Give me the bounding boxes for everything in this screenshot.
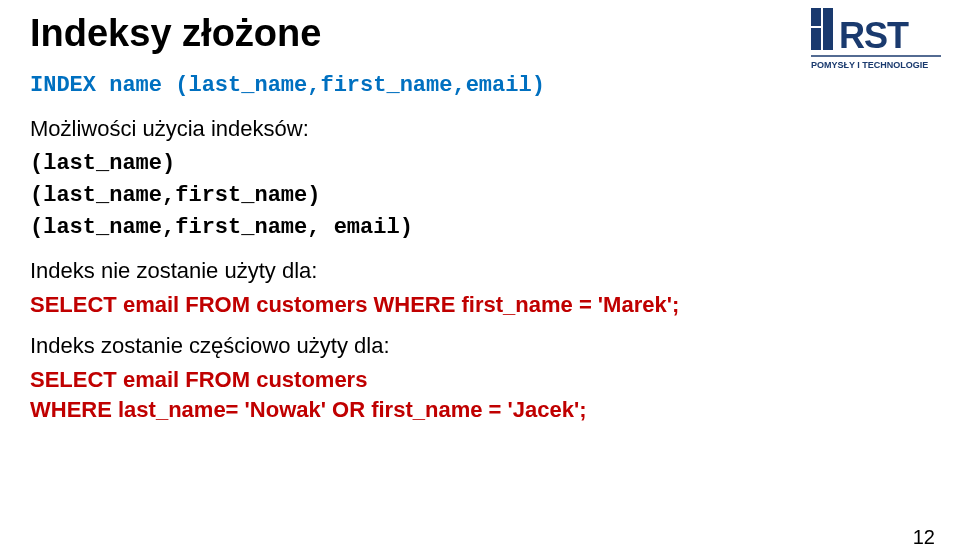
- possibilities-label: Możliwości użycia indeksów:: [30, 116, 929, 142]
- index-definition: INDEX name (last_name,first_name,email): [30, 73, 929, 98]
- index-combinations: (last_name) (last_name,first_name) (last…: [30, 148, 929, 244]
- sql-line-1: SELECT email FROM customers: [30, 365, 929, 395]
- svg-text:POMYSŁY I TECHNOLOGIE: POMYSŁY I TECHNOLOGIE: [811, 60, 928, 70]
- sql-partial-use: SELECT email FROM customers WHERE last_n…: [30, 365, 929, 424]
- not-used-label: Indeks nie zostanie użyty dla:: [30, 258, 929, 284]
- svg-rect-2: [823, 8, 833, 50]
- svg-text:RST: RST: [839, 15, 909, 56]
- svg-rect-0: [811, 28, 821, 50]
- rst-logo: RST POMYSŁY I TECHNOLOGIE: [811, 6, 941, 78]
- svg-rect-1: [811, 8, 821, 26]
- page-number: 12: [913, 526, 935, 549]
- partial-use-label: Indeks zostanie częściowo użyty dla:: [30, 333, 929, 359]
- combo-line: (last_name,first_name): [30, 180, 929, 212]
- sql-line-2: WHERE last_name= 'Nowak' OR first_name =…: [30, 395, 929, 425]
- slide-title: Indeksy złożone: [30, 12, 929, 55]
- sql-not-used: SELECT email FROM customers WHERE first_…: [30, 290, 929, 320]
- combo-line: (last_name): [30, 148, 929, 180]
- combo-line: (last_name,first_name, email): [30, 212, 929, 244]
